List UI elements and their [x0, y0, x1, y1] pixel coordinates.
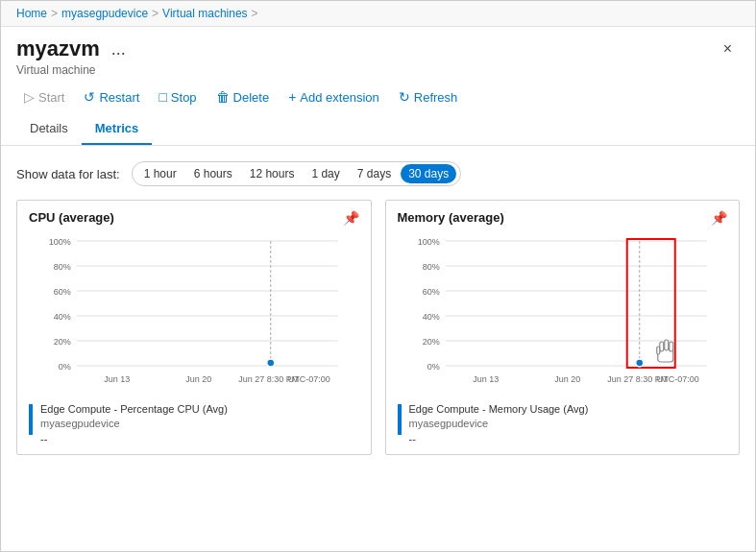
filter-1h[interactable]: 1 hour — [136, 164, 184, 183]
start-icon: ▷ — [24, 89, 35, 105]
stop-label: Stop — [171, 90, 197, 105]
delete-button[interactable]: 🗑 Delete — [208, 84, 278, 109]
cpu-legend-name: Edge Compute - Percentage CPU (Avg) — [40, 402, 228, 417]
cpu-chart-legend: Edge Compute - Percentage CPU (Avg) myas… — [29, 402, 359, 446]
breadcrumb-device[interactable]: myasegpudevice — [61, 7, 148, 20]
memory-legend-sub: myasegpudevice — [409, 417, 589, 431]
cpu-legend-color — [29, 404, 33, 435]
svg-text:UTC-07:00: UTC-07:00 — [656, 374, 698, 384]
refresh-icon: ↻ — [399, 89, 410, 105]
charts-row: CPU (average) 📌 100% 80% 60% 40% 20% 0% — [16, 200, 740, 455]
stop-icon: □ — [159, 89, 166, 105]
filter-30d[interactable]: 30 days — [401, 164, 456, 183]
breadcrumb-home[interactable]: Home — [16, 7, 47, 20]
breadcrumb-sep-3: > — [252, 7, 258, 20]
restart-button[interactable]: ↺ Restart — [76, 84, 147, 109]
svg-text:20%: 20% — [54, 337, 71, 347]
filter-7d[interactable]: 7 days — [350, 164, 399, 183]
svg-text:UTC-07:00: UTC-07:00 — [288, 374, 330, 384]
svg-text:Jun 13: Jun 13 — [473, 374, 499, 384]
refresh-label: Refresh — [414, 90, 458, 105]
memory-chart-card: Memory (average) 📌 100% 80% 60% 40% 20% … — [385, 200, 741, 455]
svg-text:Jun 13: Jun 13 — [104, 374, 130, 384]
svg-text:Jun 20: Jun 20 — [185, 374, 211, 384]
ellipsis-button[interactable]: ... — [108, 39, 130, 60]
svg-point-13 — [267, 359, 275, 367]
refresh-button[interactable]: ↻ Refresh — [391, 84, 466, 109]
memory-chart-svg: 100% 80% 60% 40% 20% 0% — [398, 233, 728, 396]
content-area: Show data for last: 1 hour 6 hours 12 ho… — [1, 146, 755, 551]
stop-button[interactable]: □ Stop — [151, 84, 204, 109]
add-extension-label: Add extension — [300, 90, 378, 105]
svg-rect-40 — [669, 342, 672, 351]
breadcrumb-sep-2: > — [152, 7, 159, 20]
filter-6h[interactable]: 6 hours — [186, 164, 240, 183]
filter-12h[interactable]: 12 hours — [242, 164, 303, 183]
add-extension-button[interactable]: + Add extension — [280, 84, 387, 109]
cpu-legend-text: Edge Compute - Percentage CPU (Avg) myas… — [40, 402, 228, 446]
start-button[interactable]: ▷ Start — [16, 84, 72, 109]
cpu-legend-sub: myasegpudevice — [40, 417, 228, 431]
svg-text:60%: 60% — [422, 287, 439, 297]
cpu-chart-area: 100% 80% 60% 40% 20% 0% — [29, 233, 359, 396]
memory-legend-val: -- — [409, 432, 589, 446]
svg-rect-39 — [664, 340, 668, 350]
toolbar: ▷ Start ↺ Restart □ Stop 🗑 Delete + Add … — [16, 77, 740, 109]
filter-1d[interactable]: 1 day — [304, 164, 347, 183]
svg-rect-41 — [656, 347, 659, 354]
svg-text:20%: 20% — [422, 337, 439, 347]
time-filter-row: Show data for last: 1 hour 6 hours 12 ho… — [16, 161, 740, 186]
app-window: Home > myasegpudevice > Virtual machines… — [0, 0, 756, 552]
breadcrumb-vms[interactable]: Virtual machines — [162, 7, 248, 20]
svg-text:40%: 40% — [422, 312, 439, 322]
svg-text:100%: 100% — [417, 237, 439, 247]
svg-text:80%: 80% — [422, 262, 439, 272]
memory-chart-legend: Edge Compute - Memory Usage (Avg) myaseg… — [398, 402, 728, 446]
delete-label: Delete — [233, 90, 270, 105]
time-filters: 1 hour 6 hours 12 hours 1 day 7 days 30 … — [132, 161, 462, 186]
svg-text:80%: 80% — [54, 262, 71, 272]
svg-text:0%: 0% — [427, 362, 439, 372]
svg-text:60%: 60% — [54, 287, 71, 297]
cpu-chart-card: CPU (average) 📌 100% 80% 60% 40% 20% 0% — [16, 200, 372, 455]
tabs-row: Details Metrics — [16, 113, 740, 145]
restart-label: Restart — [99, 90, 139, 105]
memory-legend-name: Edge Compute - Memory Usage (Avg) — [409, 402, 589, 417]
close-button[interactable]: × — [716, 36, 740, 61]
cpu-legend-val: -- — [40, 432, 228, 446]
svg-text:0%: 0% — [59, 362, 71, 372]
memory-legend-text: Edge Compute - Memory Usage (Avg) myaseg… — [409, 402, 589, 446]
cpu-pin-icon[interactable]: 📌 — [343, 210, 359, 226]
restart-icon: ↺ — [84, 89, 95, 105]
resource-subtitle: Virtual machine — [16, 63, 740, 77]
add-icon: + — [288, 89, 296, 105]
memory-legend-color — [398, 404, 402, 435]
breadcrumb-sep-1: > — [51, 7, 58, 20]
cpu-chart-svg: 100% 80% 60% 40% 20% 0% — [29, 233, 359, 396]
delete-icon: 🗑 — [216, 89, 230, 105]
memory-chart-title: Memory (average) — [398, 210, 504, 225]
svg-point-32 — [635, 359, 643, 367]
show-data-label: Show data for last: — [16, 167, 120, 181]
tab-metrics[interactable]: Metrics — [82, 113, 153, 145]
cpu-chart-title: CPU (average) — [29, 210, 114, 225]
svg-text:Jun 20: Jun 20 — [554, 374, 580, 384]
memory-chart-area: 100% 80% 60% 40% 20% 0% — [398, 233, 728, 396]
tab-details[interactable]: Details — [16, 113, 82, 145]
page-title: myazvm — [16, 36, 100, 61]
svg-text:40%: 40% — [54, 312, 71, 322]
memory-pin-icon[interactable]: 📌 — [711, 210, 727, 226]
breadcrumb: Home > myasegpudevice > Virtual machines… — [1, 1, 755, 27]
svg-text:100%: 100% — [49, 237, 71, 247]
start-label: Start — [38, 90, 64, 105]
header-section: myazvm ... × Virtual machine ▷ Start ↺ R… — [1, 27, 755, 146]
